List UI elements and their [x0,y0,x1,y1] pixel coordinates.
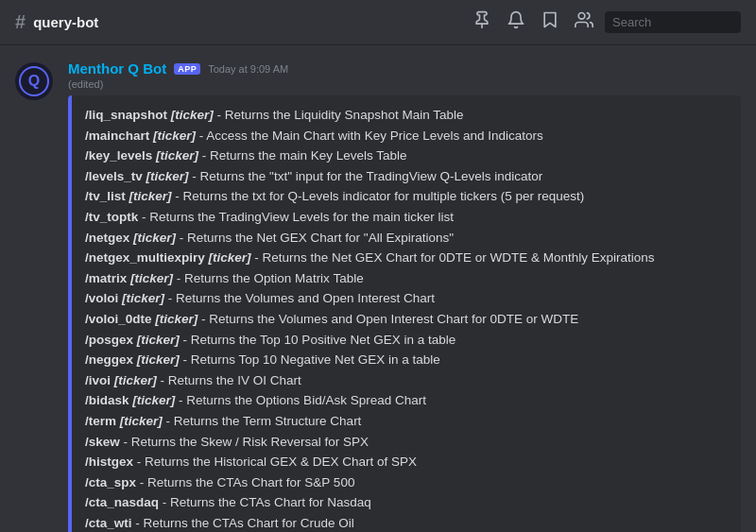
command-line: /posgex [ticker] - Returns the Top 10 Po… [85,330,728,351]
message-list: Q Menthor Q Bot APP Today at 9:09 AM (ed… [0,45,756,532]
svg-marker-1 [544,13,556,27]
bot-username: Menthor Q Bot [68,60,166,77]
command-line: /liq_snapshot [ticker] - Returns the Liq… [85,105,728,126]
command-line: /cta_spx - Returns the CTAs Chart for S&… [85,472,728,493]
command-line: /matrix [ticker] - Returns the Option Ma… [85,268,728,289]
command-line: /netgex [ticker] - Returns the Net GEX C… [85,228,728,249]
channel-title: query-bot [33,14,98,30]
command-line: /key_levels [ticker] - Returns the main … [85,146,728,166]
bookmark-icon[interactable] [537,7,563,38]
command-list-box: /liq_snapshot [ticker] - Returns the Liq… [68,95,741,532]
search-input[interactable] [605,11,741,33]
command-line: /neggex [ticker] - Returns Top 10 Negati… [85,350,728,370]
svg-point-2 [578,13,585,20]
message-header: Menthor Q Bot APP Today at 9:09 AM [68,60,741,77]
command-line: /mainchart [ticker] - Access the Main Ch… [85,126,728,146]
command-line: /tv_list [ticker] - Returns the txt for … [85,186,728,207]
bot-avatar-logo: Q [19,66,49,96]
command-line: /voloi [ticker] - Returns the Volumes an… [85,288,728,309]
top-bar: # query-bot [0,0,756,45]
message-body: Menthor Q Bot APP Today at 9:09 AM (edit… [68,60,741,532]
command-line: /levels_tv [ticker] - Returns the "txt" … [85,166,728,187]
bell-icon[interactable] [503,7,529,38]
command-line: /cta_nasdaq - Returns the CTAs Chart for… [85,492,728,513]
bot-message: Q Menthor Q Bot APP Today at 9:09 AM (ed… [15,60,741,532]
command-line: /term [ticker] - Returns the Term Struct… [85,411,728,432]
app-badge: APP [174,63,200,75]
command-line: /skew - Returns the Skew / Risk Reversal… [85,432,728,453]
command-line: /bidask [ticker] - Returns the Options B… [85,390,728,411]
command-line: /ivoi [ticker] - Returns the IV OI Chart [85,370,728,391]
members-icon[interactable] [571,7,597,38]
channel-hash-icon: # [15,11,26,33]
command-line: /tv_toptk - Returns the TradingView Leve… [85,207,728,228]
avatar: Q [15,62,53,100]
command-line: /netgex_multiexpiry [ticker] - Returns t… [85,248,728,268]
pin-icon[interactable] [469,7,495,38]
message-timestamp: Today at 9:09 AM [208,63,288,75]
command-line: /voloi_0dte [ticker] - Returns the Volum… [85,309,728,330]
edited-label: (edited) [68,78,741,90]
commands-container: /liq_snapshot [ticker] - Returns the Liq… [85,105,728,532]
command-line: /histgex - Returns the Historical GEX & … [85,452,728,472]
command-line: /cta_wti - Returns the CTAs Chart for Cr… [85,513,728,532]
